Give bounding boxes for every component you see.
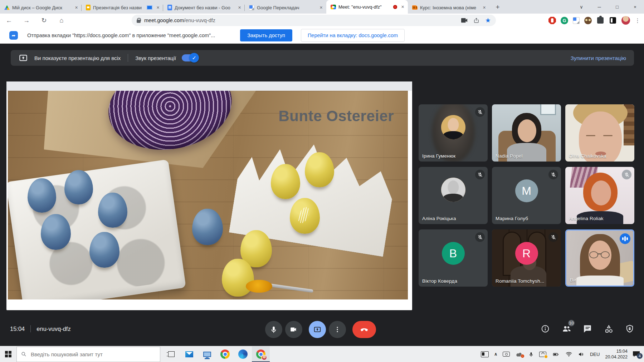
reload-button[interactable]: ↻ (40, 16, 48, 24)
tab-close-icon[interactable]: × (73, 5, 79, 11)
taskbar-apps (162, 346, 270, 362)
presentation-audio-toggle[interactable] (182, 54, 197, 61)
participant-name: Nadia Popel (496, 153, 523, 159)
tray-expand-icon[interactable]: ∧ (494, 352, 497, 357)
search-input[interactable] (30, 351, 156, 358)
onedrive-paused-badge (521, 354, 525, 358)
divider (30, 325, 31, 332)
blue-egg (28, 178, 56, 213)
participant-tile[interactable]: M Марина Голуб (492, 167, 561, 224)
self-view-tile[interactable]: Ви (565, 229, 634, 287)
participant-tile[interactable]: B Віктор Коверда (419, 229, 488, 287)
participant-tile[interactable]: Nadia Popel (492, 104, 561, 162)
mic-muted-icon (475, 107, 485, 117)
battery-icon[interactable] (552, 351, 560, 357)
leave-call-button[interactable] (352, 321, 376, 338)
host-controls-button[interactable] (625, 324, 635, 334)
bookmark-star-icon[interactable]: ★ (485, 16, 491, 24)
volume-icon[interactable] (578, 351, 585, 357)
participant-name: Марина Голуб (496, 216, 528, 221)
edge-app-button[interactable] (234, 346, 252, 362)
camera-in-use-icon[interactable] (461, 18, 468, 23)
file-explorer-button[interactable] (198, 346, 216, 362)
stop-presentation-link[interactable]: Зупинити презентацію (571, 55, 626, 61)
home-button[interactable]: ⌂ (58, 17, 65, 24)
browser-toolbar: ← → ↻ ⌂ meet.google.com/enu-vuvq-dfz ★ G… (0, 14, 644, 27)
news-widget-icon[interactable] (481, 351, 489, 357)
yellow-egg (271, 164, 300, 199)
forward-button[interactable]: → (23, 17, 30, 24)
camera-button[interactable] (285, 321, 302, 338)
goto-tab-button[interactable]: Перейти на вкладку: docs.google.com (301, 29, 405, 42)
participant-tile[interactable]: Olha Chaikovska (565, 104, 634, 162)
dark-reader-icon[interactable] (610, 17, 616, 24)
tab-close-icon[interactable]: × (481, 5, 487, 11)
participants-button[interactable]: 10 (561, 324, 571, 334)
task-view-icon (168, 351, 175, 357)
keyboard-language[interactable]: DEU (590, 352, 600, 357)
tab-meet-active[interactable]: Meet: "enu-vuvq-dfz" × (326, 0, 408, 14)
stop-sharing-button[interactable]: Закрыть доступ (240, 29, 292, 41)
participant-tile[interactable]: R Romaniia Tomchysh... (492, 229, 561, 287)
tab-moodle[interactable]: Курс: Іноземна мова (німе × (408, 1, 489, 14)
present-button-active[interactable] (309, 321, 326, 338)
chrome-app-button[interactable] (216, 346, 234, 362)
extensions-puzzle-icon[interactable] (597, 17, 604, 24)
participant-name: Аліна Рокіцька (422, 216, 456, 221)
mail-app-button[interactable] (180, 346, 198, 362)
tab-close-icon[interactable]: × (400, 4, 406, 10)
presenting-text: Ви показуєте презентацію для всіх (34, 55, 121, 61)
more-options-button[interactable] (329, 321, 346, 338)
tab-close-icon[interactable]: × (236, 5, 243, 11)
notification-center-icon[interactable]: 4 (633, 351, 640, 357)
participant-name: Віктор Коверда (422, 278, 457, 284)
start-button[interactable] (0, 346, 16, 362)
tab-slides[interactable]: Презентація без назви × (82, 1, 163, 14)
screen-record-icon[interactable] (503, 352, 510, 357)
back-button[interactable]: ← (5, 17, 13, 24)
tab-close-icon[interactable]: × (318, 5, 324, 11)
owl-extension-icon[interactable] (584, 17, 592, 24)
tab-translate[interactable]: Google Перекладач × (245, 1, 326, 14)
tab-close-icon[interactable]: × (155, 5, 161, 11)
chrome-active-app-button[interactable] (252, 346, 270, 362)
tab-docs[interactable]: Документ без назви - Goo × (163, 1, 245, 14)
tab-drive[interactable]: Мій диск – Google Диск × (0, 1, 82, 14)
profile-avatar[interactable] (621, 16, 630, 25)
tab-title: Google Перекладач (257, 5, 316, 10)
meeting-time: 15:04 (10, 326, 25, 332)
tab-title: Курс: Іноземна мова (німе (420, 5, 479, 10)
meeting-details-button[interactable] (540, 324, 550, 334)
maximize-button[interactable]: □ (608, 0, 626, 14)
edge-icon (238, 349, 248, 359)
minimize-button[interactable]: ─ (590, 0, 608, 14)
wifi-icon[interactable] (565, 351, 572, 357)
participant-tile[interactable]: Аліна Рокіцька (419, 167, 488, 224)
cast-tray-icon[interactable] (539, 352, 546, 357)
fern-pattern (296, 205, 311, 225)
task-view-button[interactable] (162, 346, 180, 362)
grammarly-icon[interactable]: G (561, 17, 568, 24)
participant-name: Ви (570, 277, 576, 283)
microphone-tray-icon[interactable] (528, 351, 534, 357)
translate-extension-icon[interactable] (573, 17, 580, 24)
activities-button[interactable] (604, 324, 614, 334)
taskbar-search[interactable] (16, 347, 160, 362)
tab-search-chevron-icon[interactable]: ∨ (572, 0, 590, 14)
onedrive-icon[interactable] (515, 352, 523, 357)
participant-tile[interactable]: Ірина Гуменюк (419, 104, 488, 162)
close-window-button[interactable]: × (626, 0, 644, 14)
address-bar[interactable]: meet.google.com/enu-vuvq-dfz ★ (132, 15, 496, 26)
participant-tile[interactable]: Angelina Roliak (565, 167, 634, 224)
microphone-button[interactable] (265, 321, 282, 338)
clock[interactable]: 15:04 20.04.2022 (605, 348, 628, 360)
adblock-icon[interactable] (548, 17, 556, 24)
blue-egg (64, 170, 93, 204)
mic-muted-icon (475, 170, 485, 179)
chat-button[interactable] (582, 324, 592, 334)
share-page-icon[interactable] (473, 18, 479, 24)
cast-icon: ➦ (9, 31, 18, 40)
new-tab-button[interactable]: + (492, 2, 503, 13)
avatar (441, 115, 465, 139)
browser-menu-icon[interactable]: ⋮ (635, 17, 640, 24)
